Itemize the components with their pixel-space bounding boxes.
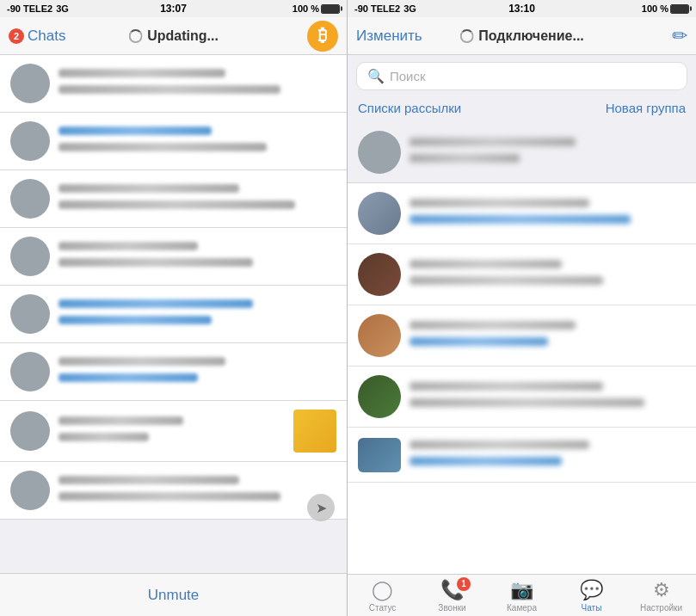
bitcoin-button[interactable]: ₿ bbox=[307, 21, 338, 52]
chat-list[interactable] bbox=[0, 55, 347, 573]
thumbnail bbox=[293, 410, 336, 453]
battery-text-left: 100 % bbox=[293, 3, 319, 14]
tab-bar: ◯ Статус 📞 1 Звонки 📷 Камера 💬 Чаты ⚙ На… bbox=[348, 574, 696, 616]
avatar bbox=[10, 179, 50, 219]
connecting-spinner bbox=[459, 29, 473, 43]
contact-content bbox=[410, 321, 686, 350]
network-type-left: 3G bbox=[56, 3, 69, 14]
back-label: Chats bbox=[28, 28, 65, 45]
tab-calls[interactable]: 📞 1 Звонки bbox=[417, 575, 487, 616]
tab-camera[interactable]: 📷 Камера bbox=[487, 575, 557, 616]
status-icon: ◯ bbox=[372, 579, 393, 601]
time-left: 13:07 bbox=[160, 3, 187, 15]
bottom-bar-left: Unmute bbox=[0, 573, 347, 616]
tab-calls-label: Звонки bbox=[438, 603, 465, 613]
unmute-button[interactable]: Unmute bbox=[148, 587, 200, 604]
chat-content bbox=[59, 242, 336, 271]
avatar bbox=[358, 438, 401, 472]
camera-icon: 📷 bbox=[510, 579, 533, 601]
signal-strength-left: -90 TELE2 bbox=[7, 3, 52, 14]
new-group-button[interactable]: Новая группа bbox=[606, 101, 686, 115]
avatar bbox=[10, 294, 50, 334]
signal-info-left: -90 TELE2 3G bbox=[7, 3, 69, 14]
signal-info-right: -90 TELE2 3G bbox=[354, 3, 416, 14]
chat-content bbox=[59, 416, 285, 446]
chat-item[interactable] bbox=[0, 401, 347, 462]
loading-spinner bbox=[128, 29, 142, 43]
search-placeholder: Поиск bbox=[390, 69, 426, 83]
tab-settings[interactable]: ⚙ Настройки bbox=[626, 575, 696, 616]
status-bar-right: -90 TELE2 3G 13:10 100 % bbox=[348, 0, 696, 17]
tab-status[interactable]: ◯ Статус bbox=[348, 575, 417, 616]
battery-icon-right bbox=[670, 4, 689, 14]
mailing-lists-button[interactable]: Списки рассылки bbox=[358, 101, 461, 115]
compose-button[interactable]: ✏ bbox=[672, 25, 687, 47]
tab-status-label: Статус bbox=[369, 603, 397, 613]
chat-content bbox=[59, 69, 336, 98]
chat-content bbox=[59, 299, 336, 329]
contacts-list[interactable] bbox=[348, 122, 696, 574]
tab-settings-label: Настройки bbox=[640, 603, 682, 613]
chat-content bbox=[59, 357, 336, 386]
tab-camera-label: Камера bbox=[507, 603, 537, 613]
chat-item[interactable] bbox=[0, 228, 347, 286]
nav-title-right: Подключение... bbox=[459, 28, 584, 44]
avatar bbox=[10, 64, 50, 103]
avatar bbox=[10, 411, 50, 451]
contact-item[interactable] bbox=[348, 183, 696, 244]
avatar bbox=[358, 314, 401, 357]
contact-content bbox=[410, 440, 686, 470]
battery-text-right: 100 % bbox=[642, 3, 668, 14]
contact-content bbox=[410, 138, 686, 167]
chat-item[interactable] bbox=[0, 286, 347, 343]
chat-item[interactable] bbox=[0, 113, 347, 170]
search-input-wrap[interactable]: 🔍 Поиск bbox=[356, 62, 687, 90]
time-right: 13:10 bbox=[508, 3, 535, 15]
calls-badge: 1 bbox=[457, 577, 471, 591]
avatar bbox=[10, 121, 50, 161]
avatar bbox=[10, 237, 50, 276]
back-button[interactable]: 2 Chats bbox=[9, 28, 65, 45]
contact-item[interactable] bbox=[348, 305, 696, 367]
avatar bbox=[358, 375, 401, 418]
chat-content bbox=[59, 184, 336, 213]
contact-item[interactable] bbox=[348, 367, 696, 428]
avatar bbox=[358, 131, 401, 174]
nav-title-left: Updating... bbox=[128, 28, 219, 44]
contact-item[interactable] bbox=[348, 122, 696, 183]
signal-strength-right: -90 TELE2 bbox=[354, 3, 400, 14]
left-panel: -90 TELE2 3G 13:07 100 % 2 Chats Updatin… bbox=[0, 0, 348, 616]
avatar bbox=[10, 471, 50, 510]
chat-item[interactable] bbox=[0, 343, 347, 401]
settings-icon: ⚙ bbox=[653, 579, 670, 601]
tab-chats[interactable]: 💬 Чаты bbox=[557, 575, 626, 616]
battery-right: 100 % bbox=[642, 3, 689, 14]
contact-item[interactable] bbox=[348, 244, 696, 305]
chat-item[interactable] bbox=[0, 170, 347, 228]
updating-label: Updating... bbox=[147, 28, 219, 44]
edit-button[interactable]: Изменить bbox=[356, 28, 422, 45]
search-icon: 🔍 bbox=[367, 68, 385, 84]
nav-bar-left: 2 Chats Updating... ₿ bbox=[0, 17, 347, 55]
contact-item[interactable] bbox=[348, 428, 696, 483]
calls-badge-wrap: 📞 1 bbox=[440, 579, 464, 601]
avatar bbox=[10, 352, 50, 391]
contact-content bbox=[410, 199, 686, 228]
chat-item[interactable] bbox=[0, 462, 347, 520]
chat-item[interactable] bbox=[0, 55, 347, 113]
avatar bbox=[358, 253, 401, 296]
chats-icon: 💬 bbox=[580, 579, 603, 601]
chats-badge: 2 bbox=[9, 28, 24, 44]
search-bar: 🔍 Поиск bbox=[348, 55, 696, 97]
avatar bbox=[358, 192, 401, 235]
network-type-right: 3G bbox=[403, 3, 416, 14]
right-panel: -90 TELE2 3G 13:10 100 % Изменить Подклю… bbox=[348, 0, 696, 616]
connecting-label: Подключение... bbox=[478, 28, 584, 44]
forward-icon[interactable]: ➤ bbox=[307, 494, 335, 521]
chat-content bbox=[59, 126, 336, 156]
chat-content bbox=[59, 476, 336, 505]
actions-bar: Списки рассылки Новая группа bbox=[348, 97, 696, 122]
battery-left: 100 % bbox=[293, 3, 340, 14]
status-bar-left: -90 TELE2 3G 13:07 100 % bbox=[0, 0, 347, 17]
contact-content bbox=[410, 260, 686, 289]
